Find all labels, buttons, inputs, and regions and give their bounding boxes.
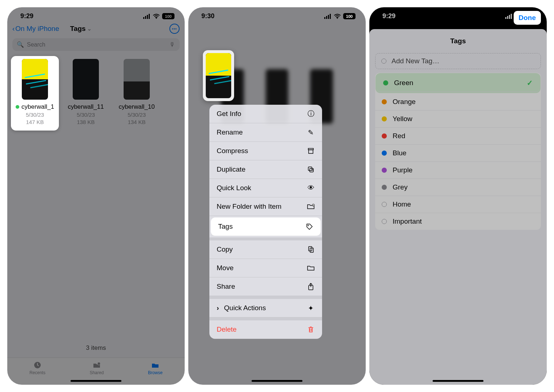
tag-color-icon [382, 133, 387, 139]
menu-get-info[interactable]: Get Infoⓘ [209, 105, 322, 123]
menu-new-folder[interactable]: New Folder with Item+ [209, 197, 322, 216]
menu-share[interactable]: Share [209, 277, 322, 296]
tag-row-purple[interactable]: Purple [375, 162, 541, 179]
tag-empty-icon [382, 219, 387, 224]
tag-dot-icon [16, 105, 19, 109]
file-thumbnail [22, 59, 48, 100]
chevron-right-icon: › [217, 304, 219, 312]
menu-duplicate[interactable]: Duplicate+ [209, 160, 322, 179]
nav-bar: ‹ On My iPhone Tags ⌄ ••• [7, 21, 185, 36]
screen-tags-sheet: 9:29 100 Tags Add New Tag… Green✓ Orange… [369, 7, 547, 385]
tags-sheet: Tags Add New Tag… Green✓ Orange Yellow R… [369, 29, 547, 385]
tag-color-icon [382, 151, 387, 156]
cellular-icon [324, 14, 332, 19]
menu-rename[interactable]: Rename✎ [209, 123, 322, 142]
folder-icon [307, 264, 315, 272]
back-button[interactable]: ‹ On My iPhone [12, 25, 59, 33]
file-preview[interactable] [203, 50, 234, 101]
search-input[interactable]: 🔍 Search 🎙 [12, 38, 180, 51]
menu-delete[interactable]: Delete [209, 320, 322, 339]
search-icon: 🔍 [17, 41, 24, 48]
info-icon: ⓘ [307, 110, 315, 118]
svg-text:+: + [312, 168, 314, 172]
share-icon [307, 283, 315, 291]
search-placeholder: Search [27, 41, 45, 48]
svg-rect-1 [145, 16, 146, 19]
tag-empty-icon [382, 202, 387, 207]
tag-row-orange[interactable]: Orange [375, 93, 541, 111]
tag-row-grey[interactable]: Grey [375, 179, 541, 196]
svg-rect-26 [511, 14, 512, 19]
eye-icon: 👁 [307, 184, 315, 192]
svg-rect-2 [147, 15, 148, 19]
svg-rect-24 [507, 16, 508, 19]
menu-copy[interactable]: Copy [209, 240, 322, 259]
clock: 9:30 [201, 12, 214, 20]
svg-point-4 [156, 17, 157, 19]
pencil-icon: ✎ [307, 128, 315, 136]
more-button[interactable]: ••• [169, 24, 180, 34]
folder-plus-icon: + [307, 203, 315, 211]
svg-rect-3 [149, 14, 150, 19]
trash-icon [307, 325, 315, 333]
svg-rect-8 [326, 16, 327, 19]
file-name: cyberwall_10 [119, 103, 154, 111]
tag-icon [305, 223, 313, 231]
tab-browse[interactable]: Browse [148, 361, 162, 375]
menu-quick-look[interactable]: Quick Look👁 [209, 179, 322, 197]
copy-icon [307, 245, 315, 253]
svg-text:+: + [313, 204, 314, 207]
svg-rect-13 [309, 150, 313, 153]
menu-move[interactable]: Move [209, 259, 322, 277]
tag-color-icon [382, 116, 387, 121]
tag-color-icon [383, 80, 388, 85]
archive-icon [307, 147, 315, 155]
status-bar: 9:30 100 [188, 7, 366, 21]
tag-row-red[interactable]: Red [375, 128, 541, 145]
file-thumbnail [73, 59, 99, 100]
tag-row-home[interactable]: Home [375, 196, 541, 213]
file-tile[interactable]: cyberwall_1 5/30/23147 KB [11, 56, 59, 131]
mic-icon[interactable]: 🎙 [169, 41, 175, 48]
svg-rect-23 [505, 17, 506, 19]
tag-row-yellow[interactable]: Yellow [375, 111, 541, 128]
svg-rect-7 [324, 17, 325, 19]
sheet-title: Tags [450, 37, 466, 45]
clock: 9:29 [20, 12, 33, 20]
tag-row-important[interactable]: Important [375, 213, 541, 230]
menu-compress[interactable]: Compress [209, 142, 322, 160]
svg-point-19 [308, 225, 309, 226]
context-menu: Get Infoⓘ Rename✎ Compress Duplicate+ Qu… [209, 105, 322, 339]
home-indicator[interactable] [71, 380, 121, 382]
chevron-down-icon[interactable]: ⌄ [87, 26, 92, 32]
screen-files-grid: 9:29 100 ‹ On My iPhone Tags ⌄ ••• 🔍 Sea… [7, 7, 185, 385]
cellular-icon [143, 14, 150, 19]
tag-row-blue[interactable]: Blue [375, 145, 541, 162]
home-indicator[interactable] [433, 380, 483, 382]
tab-shared[interactable]: Shared [90, 361, 104, 375]
battery-icon: 100 [162, 13, 174, 19]
wifi-icon [334, 14, 341, 19]
tag-list: Green✓ Orange Yellow Red Blue Purple Gre… [375, 73, 541, 230]
chevron-left-icon: ‹ [12, 25, 15, 33]
file-tile[interactable]: cyberwall_11 5/30/23138 KB [64, 59, 108, 125]
svg-rect-9 [328, 15, 329, 19]
tag-color-icon [382, 168, 387, 173]
tag-color-icon [382, 185, 387, 190]
home-indicator[interactable] [252, 380, 302, 382]
menu-tags[interactable]: Tags [211, 217, 321, 236]
done-button[interactable]: Done [514, 11, 541, 25]
file-thumbnail [124, 59, 150, 100]
tag-color-icon [382, 99, 387, 104]
item-count: 3 items [7, 344, 185, 352]
tag-row-green[interactable]: Green✓ [377, 74, 539, 92]
menu-quick-actions[interactable]: ›Quick Actions✦ [209, 299, 322, 317]
svg-rect-10 [330, 14, 331, 19]
file-name: cyberwall_1 [21, 103, 54, 111]
add-new-tag[interactable]: Add New Tag… [375, 53, 541, 69]
tab-recents[interactable]: Recents [29, 361, 45, 375]
duplicate-icon: + [307, 165, 315, 173]
wifi-icon [153, 14, 160, 19]
file-tile[interactable]: cyberwall_10 5/30/23134 KB [115, 59, 158, 125]
svg-point-11 [337, 17, 338, 19]
